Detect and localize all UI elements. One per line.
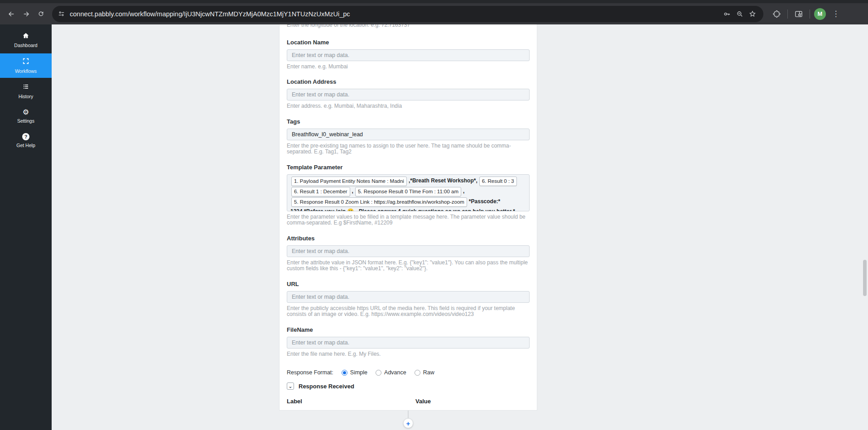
gear-icon: ⚙ bbox=[23, 109, 29, 116]
location-name-help: Enter name. e.g. Mumbai bbox=[287, 64, 530, 70]
sidebar-item-workflows[interactable]: Workflows bbox=[0, 53, 52, 78]
location-address-label: Location Address bbox=[287, 78, 530, 85]
row-value-wrap: true bbox=[415, 410, 530, 411]
radio-label: Raw bbox=[423, 369, 434, 376]
url-input[interactable] bbox=[287, 291, 530, 303]
field-tags: Tags Enter the pre-existing tag names to… bbox=[287, 118, 530, 155]
response-table-headers: Label Value bbox=[287, 398, 530, 405]
field-location-name: Location Name Enter name. e.g. Mumbai bbox=[287, 39, 530, 70]
value-column-header: Value bbox=[415, 398, 530, 405]
template-parameter-editor[interactable]: 1. Payload Payment Entity Notes Name : M… bbox=[287, 174, 530, 211]
location-address-input[interactable] bbox=[287, 89, 530, 100]
sidebar: Dashboard Workflows History ⚙ Settings ?… bbox=[0, 24, 52, 430]
toolbar-divider bbox=[810, 10, 810, 19]
tags-label: Tags bbox=[287, 118, 530, 125]
longitude-help-text: Enter the longitude of the location. e.g… bbox=[287, 24, 530, 29]
label-column-header: Label bbox=[287, 398, 405, 405]
mapped-data-chip[interactable]: 5. Response Result 0 TIme Fom : 11:00 am bbox=[355, 187, 461, 196]
template-text-segment: , bbox=[463, 188, 464, 194]
passwords-key-icon[interactable] bbox=[721, 8, 733, 20]
reload-button[interactable] bbox=[34, 6, 48, 21]
radio-selected-icon bbox=[342, 370, 347, 376]
help-question-icon: ? bbox=[22, 133, 29, 140]
response-format-row: Response Format: Simple Advance Raw bbox=[287, 369, 530, 376]
filename-help: Enter the file name here. E.g. My Files. bbox=[287, 351, 530, 358]
window-top-strip bbox=[0, 0, 868, 3]
app-viewport: Dashboard Workflows History ⚙ Settings ?… bbox=[0, 24, 868, 430]
template-parameter-help: Enter the parameter values to be filled … bbox=[287, 214, 530, 226]
reload-icon bbox=[37, 10, 45, 18]
browser-menu-kebab-icon[interactable]: ⋮ bbox=[829, 9, 842, 19]
sidebar-item-settings[interactable]: ⚙ Settings bbox=[0, 105, 52, 128]
address-bar[interactable]: connect.pabbly.com/workflow/mapping/IjU3… bbox=[52, 6, 763, 22]
template-text-segment: ,*Breath Reset Workshop*, bbox=[409, 177, 477, 184]
site-settings-icon[interactable] bbox=[58, 10, 65, 18]
response-received-label: Response Received bbox=[299, 383, 354, 390]
location-name-input[interactable] bbox=[287, 49, 530, 61]
response-received-row: ⌄ Response Received bbox=[287, 382, 530, 390]
add-step-button[interactable]: + bbox=[403, 418, 413, 428]
toolbar-right-cluster: M ⋮ bbox=[770, 7, 842, 21]
template-parameter-label: Template Parameter bbox=[287, 164, 530, 171]
zoom-out-icon[interactable] bbox=[733, 8, 746, 20]
sidebar-item-label: Workflows bbox=[15, 68, 37, 74]
radio-raw[interactable]: Raw bbox=[415, 369, 434, 376]
radio-unselected-icon bbox=[415, 370, 420, 376]
workflows-icon bbox=[22, 57, 29, 66]
back-button[interactable] bbox=[4, 6, 19, 21]
radio-unselected-icon bbox=[376, 370, 381, 376]
attributes-input[interactable] bbox=[287, 245, 530, 257]
row-label-input[interactable] bbox=[287, 410, 405, 411]
radio-label: Simple bbox=[350, 369, 367, 376]
location-name-label: Location Name bbox=[287, 39, 530, 46]
field-location-address: Location Address Enter address. e.g. Mum… bbox=[287, 78, 530, 110]
forward-icon bbox=[22, 10, 30, 18]
action-setup-card: Enter the longitude of the location. e.g… bbox=[279, 24, 537, 411]
history-list-icon bbox=[22, 83, 29, 91]
attributes-help: Enter the attribute value in JSON format… bbox=[287, 260, 530, 272]
field-attributes: Attributes Enter the attribute value in … bbox=[287, 235, 530, 272]
scrollbar-thumb[interactable] bbox=[863, 260, 867, 296]
attributes-label: Attributes bbox=[287, 235, 530, 242]
sidebar-item-dashboard[interactable]: Dashboard bbox=[0, 28, 52, 52]
collapse-toggle[interactable]: ⌄ bbox=[287, 382, 294, 390]
radio-simple[interactable]: Simple bbox=[342, 369, 367, 376]
url-text[interactable]: connect.pabbly.com/workflow/mapping/IjU3… bbox=[70, 10, 721, 18]
response-format-label: Response Format: bbox=[287, 369, 333, 376]
side-panel-search-icon[interactable] bbox=[792, 7, 805, 21]
field-template-parameter: Template Parameter 1. Payload Payment En… bbox=[287, 164, 530, 226]
row-value-textarea[interactable]: true bbox=[415, 410, 530, 411]
location-address-help: Enter address. e.g. Mumbai, Maharashtra,… bbox=[287, 103, 530, 110]
tags-help: Enter the pre-existing tag names to assi… bbox=[287, 143, 530, 155]
sidebar-item-label: History bbox=[19, 94, 34, 99]
field-filename: FileName Enter the file name here. E.g. … bbox=[287, 326, 530, 358]
mapped-data-chip[interactable]: 6. Result 1 : December bbox=[291, 187, 350, 196]
mapped-data-chip[interactable]: 6. Result 0 : 3 bbox=[479, 177, 517, 186]
chevron-down-icon: ⌄ bbox=[289, 384, 292, 389]
radio-label: Advance bbox=[384, 369, 406, 376]
profile-avatar[interactable]: M bbox=[814, 8, 826, 20]
forward-button[interactable] bbox=[19, 6, 34, 21]
toolbar-divider bbox=[787, 10, 788, 19]
extensions-icon[interactable] bbox=[770, 7, 783, 21]
home-icon bbox=[22, 32, 29, 40]
filename-input[interactable] bbox=[287, 337, 530, 349]
template-text-segment: , bbox=[352, 188, 353, 194]
sidebar-item-label: Dashboard bbox=[14, 43, 37, 48]
sidebar-item-label: Settings bbox=[17, 118, 34, 124]
browser-toolbar: connect.pabbly.com/workflow/mapping/IjU3… bbox=[0, 3, 868, 24]
radio-advance[interactable]: Advance bbox=[376, 369, 406, 376]
field-url: URL Enter the publicly accessible https … bbox=[287, 281, 530, 318]
mapped-data-chip[interactable]: 1. Payload Payment Entity Notes Name : M… bbox=[291, 177, 407, 186]
sidebar-item-label: Get Help bbox=[16, 143, 35, 148]
tags-input[interactable] bbox=[287, 129, 530, 140]
mapped-data-chip[interactable]: 5. Response Result 0 Zoom Link : https:/… bbox=[291, 197, 467, 207]
url-help: Enter the publicly accessible https URL … bbox=[287, 306, 530, 318]
url-label: URL bbox=[287, 281, 530, 287]
back-icon bbox=[7, 10, 15, 18]
sidebar-item-get-help[interactable]: ? Get Help bbox=[0, 129, 52, 152]
bookmark-star-icon[interactable] bbox=[746, 8, 759, 20]
filename-label: FileName bbox=[287, 326, 530, 333]
sidebar-item-history[interactable]: History bbox=[0, 79, 52, 103]
